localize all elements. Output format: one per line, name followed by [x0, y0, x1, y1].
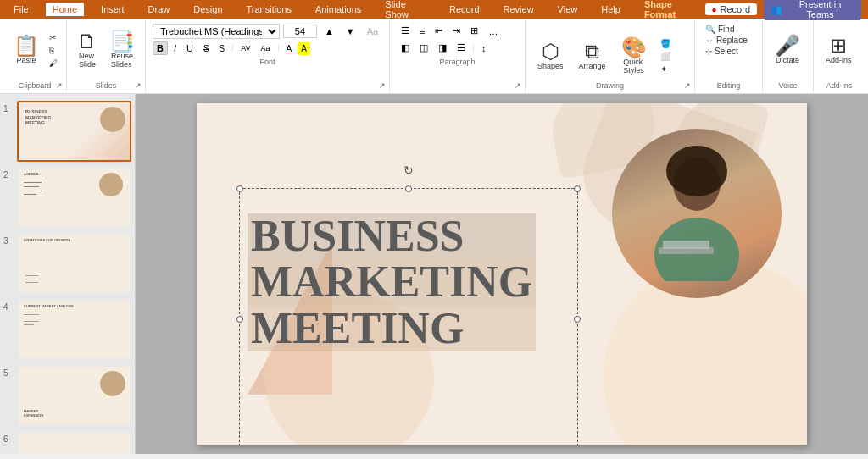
tab-review[interactable]: Review: [497, 3, 541, 16]
select-button[interactable]: ⊹ Select: [702, 46, 742, 57]
profile-photo-inner: [612, 129, 782, 298]
font-expand-icon[interactable]: ↗: [379, 81, 387, 90]
font-row1: Trebuchet MS (Headings) ▲ ▼ Aa: [153, 24, 382, 39]
bold-button[interactable]: B: [153, 41, 168, 55]
tab-design[interactable]: Design: [186, 3, 229, 16]
align-right-button[interactable]: ◨: [434, 41, 451, 55]
slide-thumb-4[interactable]: 4 CURRENT MARKET ANALYSIS ▬▬▬▬▬▬▬▬▬▬▬▬▬▬…: [3, 299, 131, 360]
format-painter-button[interactable]: 🖌: [46, 58, 61, 69]
svg-point-1: [666, 146, 727, 196]
slide-img-5: MARKETEXPANSION: [17, 365, 131, 426]
font-color-button[interactable]: A: [282, 42, 297, 55]
slide-canvas[interactable]: ↻ BUSINESS MARKETING MEETING: [197, 103, 807, 445]
tab-file[interactable]: File: [7, 3, 36, 16]
font-size-input[interactable]: [283, 25, 317, 38]
increase-font-button[interactable]: ▲: [320, 25, 338, 38]
tab-view[interactable]: View: [551, 3, 585, 16]
rotate-handle[interactable]: ↻: [402, 163, 415, 177]
slides-expand-icon[interactable]: ↗: [135, 81, 143, 90]
cut-button[interactable]: ✂: [46, 32, 61, 43]
clipboard-content: 📋 Paste ✂ ⎘ 🖌: [8, 22, 61, 90]
arrange-icon: ⧉: [585, 41, 599, 62]
decrease-font-button[interactable]: ▼: [342, 25, 359, 38]
reuse-slides-icon: 📑: [109, 31, 135, 52]
slide-thumb-5[interactable]: 5 MARKETEXPANSION: [3, 365, 131, 426]
slide-thumb-2[interactable]: 2 AGENDA ▬▬▬▬▬▬▬▬▬▬▬▬▬▬▬▬▬▬▬▬▬▬▬▬▬: [3, 167, 131, 228]
addins-button[interactable]: ⊞ Add-ins: [821, 32, 857, 80]
record-button[interactable]: Record: [705, 3, 758, 15]
numbered-list-button[interactable]: ≡: [415, 25, 429, 38]
font-row2: B I U S S AV Aa A A: [153, 41, 382, 55]
thumb4-title: CURRENT MARKET ANALYSIS: [24, 304, 74, 308]
slide-title-line3: MEETING: [248, 306, 536, 352]
underline-button[interactable]: U: [182, 41, 198, 55]
quick-styles-button[interactable]: 🎨 QuickStyles: [616, 34, 652, 78]
tab-insert[interactable]: Insert: [94, 3, 131, 16]
font-family-select[interactable]: Trebuchet MS (Headings): [153, 24, 280, 39]
tab-draw[interactable]: Draw: [142, 3, 177, 16]
tab-home[interactable]: Home: [46, 3, 84, 16]
more-para-button[interactable]: …: [484, 25, 502, 38]
handle-mr[interactable]: [574, 316, 581, 323]
line-spacing-button[interactable]: ↕: [477, 41, 491, 55]
handle-tr[interactable]: [574, 185, 581, 192]
cut-icon: ✂: [49, 33, 56, 42]
italic-button[interactable]: I: [170, 41, 181, 55]
change-case-button[interactable]: Aa: [257, 42, 275, 54]
paragraph-expand-icon[interactable]: ↗: [515, 81, 523, 90]
tab-transitions[interactable]: Transitions: [240, 3, 298, 16]
reuse-slides-button[interactable]: 📑 ReuseSlides: [104, 28, 140, 72]
drawing-group: ⬡ Shapes ⧉ Arrange 🎨 QuickStyles 🪣 ⬜ ✦ D…: [526, 20, 695, 91]
indent-increase-button[interactable]: ⇥: [448, 24, 465, 38]
align-center-button[interactable]: ◫: [415, 41, 432, 55]
font-divider: [232, 45, 233, 52]
tab-animations[interactable]: Animations: [309, 3, 368, 16]
indent-decrease-button[interactable]: ⇤: [431, 24, 447, 38]
handle-tl[interactable]: [236, 185, 243, 192]
handle-tm[interactable]: [405, 185, 412, 192]
tab-record[interactable]: Record: [442, 3, 486, 16]
slide-num-4: 4: [3, 302, 14, 312]
slide-thumb-6[interactable]: 6 PRODUCT LAUNCH TIMELINE: [3, 431, 131, 454]
character-spacing-button[interactable]: AV: [236, 42, 254, 54]
shape-effects-button[interactable]: ✦: [657, 64, 674, 75]
present-teams-button[interactable]: 👥 Present in Teams: [764, 0, 861, 20]
find-button[interactable]: 🔍 Find: [702, 24, 737, 35]
arrange-button[interactable]: ⧉ Arrange: [574, 38, 611, 74]
slide-num-3: 3: [3, 236, 14, 246]
handle-ml[interactable]: [236, 316, 243, 323]
editing-group-label: Editing: [695, 81, 762, 90]
slide-panel[interactable]: 1 BUSINESSMARKETINGMEETING 2 AGENDA ▬▬▬▬…: [0, 94, 136, 454]
thumb5-title: MARKETEXPANSION: [24, 409, 43, 418]
drawing-expand-icon[interactable]: ↗: [684, 81, 693, 90]
slide-thumb-1[interactable]: 1 BUSINESSMARKETINGMEETING: [3, 101, 131, 162]
highlight-button[interactable]: A: [298, 42, 310, 55]
thumb4-lines: ▬▬▬▬▬▬▬▬▬▬▬▬▬▬▬▬▬▬▬▬▬: [24, 312, 39, 326]
clear-format-button[interactable]: Aa: [363, 25, 382, 38]
replace-icon: ↔: [705, 36, 714, 45]
new-slide-button[interactable]: 🗋 NewSlide: [72, 28, 103, 72]
dictate-button[interactable]: 🎤 Dictate: [770, 32, 805, 80]
shadow-button[interactable]: S: [215, 42, 230, 55]
strikethrough-button[interactable]: S: [199, 42, 214, 55]
slide-thumb-3[interactable]: 3 STRATEGIES FOR GROWTH ▬▬▬▬▬▬▬▬▬▬▬▬▬▬: [3, 233, 131, 294]
clipboard-expand-icon[interactable]: ↗: [56, 81, 64, 90]
shapes-button[interactable]: ⬡ Shapes: [532, 38, 569, 74]
svg-rect-4: [663, 241, 709, 249]
tab-help[interactable]: Help: [594, 3, 627, 16]
shape-effects-icon: ✦: [660, 64, 667, 74]
align-left-button[interactable]: ◧: [397, 41, 414, 55]
slide-title-line2: MARKETING: [248, 259, 536, 306]
copy-button[interactable]: ⎘: [46, 45, 61, 56]
slide-num-2: 2: [3, 170, 14, 180]
shape-fill-button[interactable]: 🪣: [657, 38, 674, 49]
para-row1: ☰ ≡ ⇤ ⇥ ⊞ …: [397, 24, 518, 38]
main-area: 1 BUSINESSMARKETINGMEETING 2 AGENDA ▬▬▬▬…: [0, 94, 868, 454]
paste-button[interactable]: 📋 Paste: [8, 32, 44, 68]
thumb3-title: STRATEGIES FOR GROWTH: [24, 238, 70, 242]
shape-outline-button[interactable]: ⬜: [657, 51, 674, 62]
columns-button[interactable]: ⊞: [466, 24, 482, 38]
align-justify-button[interactable]: ☰: [453, 41, 470, 55]
replace-button[interactable]: ↔ Replace: [702, 35, 751, 46]
bullet-list-button[interactable]: ☰: [397, 24, 414, 38]
